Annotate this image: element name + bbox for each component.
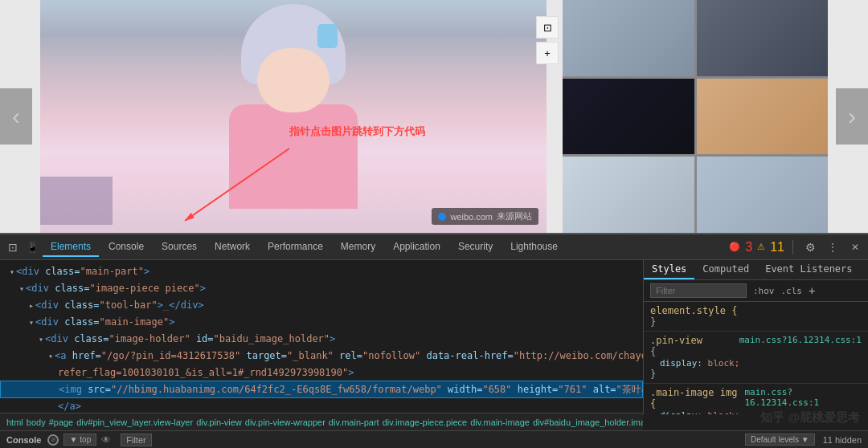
breadcrumb-pin-view-layer[interactable]: div#pin_view_layer.view-layer [76,417,193,427]
styles-tab-computed[interactable]: Computed [694,260,757,279]
console-levels-btn[interactable]: Default levels ▼ [745,434,815,446]
tab-network[interactable]: Network [207,238,258,257]
console-filter-input[interactable]: Filter [121,434,151,446]
tab-memory[interactable]: Memory [333,238,383,257]
styles-filter-input[interactable] [650,283,747,298]
thumbnail-3[interactable] [563,79,694,155]
css-rule-pin-view: .pin-view main.css?16.12314.css:1 { disp… [644,332,868,384]
console-filter-label: Filter [126,435,145,445]
code-line-4: ▾<div class="main-image"> [0,314,643,331]
styles-tab-styles[interactable]: Styles [644,260,694,279]
thumbnail-1[interactable] [563,0,694,76]
breadcrumb-html[interactable]: html [6,417,23,427]
styles-filter-row: :hov .cls + [644,280,868,302]
annotation-text: 指针点击图片跳转到下方代码 [289,124,425,139]
tab-elements[interactable]: Elements [43,238,99,257]
console-bar: Console ⊘ ▼ top 👁 Filter Default levels … [0,430,868,448]
code-line-1: ▾<div class="main-part"> [0,263,643,280]
source-icon [438,213,446,221]
console-clear-icon[interactable]: ⊘ [47,434,59,446]
error-icon: 🔴 [729,242,740,252]
breadcrumb-pin-view-wrapper[interactable]: div.pin-view-wrapper [245,417,326,427]
code-line-2: ▾<div class="image-piece piece"> [0,280,643,297]
devtools-panel: ⊡ 📱 Elements Console Sources Network Per… [0,233,868,448]
close-devtools-icon[interactable]: ✕ [846,238,864,256]
divider-1 [792,240,793,255]
styles-panel: Styles Computed Event Listeners :hov .cl… [643,260,868,414]
css-open-brace: { [650,346,862,357]
thumbnail-2[interactable] [697,0,829,76]
annotation-container: 指针点击图片跳转到下方代码 [289,124,425,139]
nav-arrow-left[interactable] [0,88,32,145]
devtools-cursor-icon[interactable]: ⊡ [4,238,22,256]
svg-line-1 [185,149,289,221]
breadcrumb-bar: html body #page div#pin_view_layer.view-… [0,413,643,430]
annotation-arrow [169,141,330,233]
main-content: 指针点击图片跳转到下方代码 weibo.com 来源网站 [0,0,868,233]
code-line-6: ▾<a href="/go/?pin_id=4312617538" target… [0,348,643,365]
breadcrumb-baidu-holder[interactable]: div#baidu_image_holder.image-holder [533,417,643,427]
icon-screen[interactable]: ⊡ [536,16,559,39]
face-shape [257,48,330,112]
main-image-area: 指针点击图片跳转到下方代码 weibo.com 来源网站 [40,0,547,233]
css-rule-element-style: element.style { } [644,302,868,332]
tab-performance[interactable]: Performance [260,238,331,257]
side-icons: ⊡ + [536,16,559,64]
thumbnail-6[interactable] [697,157,829,233]
settings-icon[interactable]: ⚙ [801,238,819,256]
console-hidden-count: 11 hidden [823,435,862,445]
breadcrumb-pin-view[interactable]: div.pin-view [196,417,242,427]
breadcrumb-image-piece[interactable]: div.image-piece.piece [383,417,468,427]
console-levels-label: Default levels ▼ [751,435,809,444]
breadcrumb-main-image[interactable]: div.main-image [470,417,530,427]
styles-add-rule[interactable]: + [809,284,815,297]
icon-plus[interactable]: + [536,42,559,64]
watermark-text: 知乎 @屁桃爱思考 [760,410,860,426]
css-close-brace: } [650,316,862,328]
tab-application[interactable]: Application [385,238,448,257]
devtools-toolbar: ⊡ 📱 Elements Console Sources Network Per… [0,234,868,260]
source-text: weibo.com [450,212,493,222]
source-label: 来源网站 [497,210,532,222]
console-top-btn[interactable]: ▼ top [63,434,96,446]
accessory-shape [317,24,338,48]
elements-panel[interactable]: ▾<div class="main-part"> ▾<div class="im… [0,260,643,414]
devtools-body: ▾<div class="main-part"> ▾<div class="im… [0,260,868,414]
thumbnail-5[interactable] [563,157,694,233]
styles-tab-event-listeners[interactable]: Event Listeners [757,260,860,279]
source-badge: weibo.com 来源网站 [432,208,538,225]
console-label: Console [6,435,41,445]
devtools-mobile-icon[interactable]: 📱 [23,238,41,256]
breadcrumb-body[interactable]: body [27,417,46,427]
tab-security[interactable]: Security [450,238,501,257]
code-line-highlighted: <img src="//hbimg.huabanimg.com/64f2fc2_… [0,381,643,398]
code-line-5: ▾<div class="image-holder" id="baidu_ima… [0,331,643,348]
tab-lighthouse[interactable]: Lighthouse [502,238,566,257]
warning-icon: ⚠ [757,242,765,252]
thumbnail-4[interactable] [697,79,829,155]
css-selector-text: element.style { [650,305,862,316]
console-top-label: top [80,435,91,444]
breadcrumb-page[interactable]: #page [49,417,74,427]
tab-console[interactable]: Console [100,238,152,257]
nav-arrow-right[interactable] [836,88,868,145]
breadcrumb-main-part[interactable]: div.main-part [329,417,379,427]
warning-count: 11 [770,240,784,255]
styles-cls-toggle[interactable]: .cls [781,286,803,296]
error-count: 3 [745,240,752,255]
bottom-thumb [40,177,113,225]
code-line-7: refer_flag=1001030101_&is_all=1#_rnd1492… [0,365,643,381]
right-panel [563,0,828,233]
styles-hov-toggle[interactable]: :hov [753,286,775,296]
console-eye-icon[interactable]: 👁 [101,434,113,446]
code-line-3: ▸<div class="tool-bar">_</div> [0,297,643,314]
console-controls: ⊘ ▼ top 👁 [47,434,113,446]
console-top-icon: ▼ [69,435,77,444]
code-line-9: </a> [0,398,643,414]
tab-sources[interactable]: Sources [154,238,205,257]
devtools-status: 🔴 3 ⚠ 11 ⚙ ⋮ ✕ [729,238,864,256]
dots-menu-icon[interactable]: ⋮ [824,238,841,256]
styles-header: Styles Computed Event Listeners [644,260,868,280]
